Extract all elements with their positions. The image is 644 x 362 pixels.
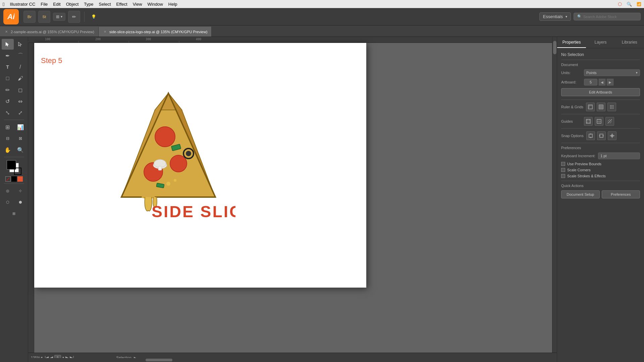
search-stock-input[interactable]: 🔍 Search Adobe Stock bbox=[574, 13, 641, 20]
scrollbar-vertical[interactable] bbox=[552, 37, 557, 353]
creative-cloud-icon[interactable]: ⬡ bbox=[618, 1, 622, 7]
svg-point-27 bbox=[174, 179, 176, 182]
type-tool[interactable]: T bbox=[2, 62, 14, 72]
scrollbar-thumb-h[interactable] bbox=[146, 359, 172, 361]
menu-effect[interactable]: Effect bbox=[116, 2, 127, 7]
perspective-tool[interactable]: ⬢ bbox=[14, 197, 26, 207]
left-toolbar: ✒ ⌒ T / □ 🖌 ✏ ◻ ↺ ⇔ ⤡ ⤢ ⊞ 📊 ⊟ ⊠ bbox=[0, 37, 28, 362]
guide-icon-1[interactable] bbox=[584, 117, 593, 126]
stock-button[interactable]: St bbox=[38, 11, 50, 23]
keyboard-increment-input[interactable]: 1 pt bbox=[598, 153, 640, 159]
direct-selection-tool[interactable] bbox=[14, 39, 26, 50]
scale-tool[interactable]: ⤡ bbox=[2, 107, 14, 118]
svg-point-18 bbox=[170, 155, 187, 172]
no-selection-label: No Selection bbox=[561, 52, 640, 57]
rotate-tool[interactable]: ↺ bbox=[2, 96, 14, 107]
preferences-button[interactable]: Preferences bbox=[602, 190, 640, 198]
svg-point-43 bbox=[613, 107, 613, 107]
menu-help[interactable]: Help bbox=[168, 2, 177, 7]
slice-tool[interactable]: ⊠ bbox=[14, 133, 26, 144]
snap-icon-3[interactable] bbox=[608, 131, 616, 140]
paintbrush-tool[interactable]: 🖌 bbox=[14, 73, 26, 84]
guide-icon-3[interactable] bbox=[605, 117, 614, 126]
scale-corners-checkbox[interactable] bbox=[561, 168, 565, 172]
eraser-tool[interactable]: ◻ bbox=[14, 84, 26, 95]
curvature-tool[interactable]: ⌒ bbox=[14, 50, 26, 61]
workspace-button[interactable]: ⊞ ▾ bbox=[53, 13, 65, 21]
warp-tool[interactable]: ⤢ bbox=[14, 107, 26, 118]
suggest-button[interactable]: 💡 bbox=[89, 12, 99, 22]
rectangle-tool[interactable]: □ bbox=[2, 73, 14, 84]
essentials-dropdown[interactable]: Essentials ▾ bbox=[539, 12, 571, 21]
scrollbar-horizontal[interactable] bbox=[28, 358, 557, 362]
search-icon: 🔍 bbox=[577, 14, 582, 19]
snap-options-label: Snap Options bbox=[561, 134, 584, 138]
tab-libraries[interactable]: Libraries bbox=[615, 37, 644, 48]
apple-menu[interactable]:  bbox=[3, 1, 4, 7]
menu-edit[interactable]: Edit bbox=[53, 2, 60, 7]
snap-icon-1[interactable] bbox=[586, 131, 595, 140]
paint-brush-button[interactable]: ✏ bbox=[68, 11, 80, 23]
none-swatch[interactable] bbox=[5, 176, 11, 182]
stroke-swatch[interactable] bbox=[14, 168, 21, 175]
graph-tool[interactable]: ⊞ bbox=[2, 122, 14, 132]
mesh-tool[interactable]: ⊹ bbox=[14, 185, 26, 196]
menu-object[interactable]: Object bbox=[66, 2, 79, 7]
artboard: Step 5 bbox=[34, 43, 366, 288]
document-setup-button[interactable]: Document Setup bbox=[561, 190, 600, 198]
tab-layers[interactable]: Layers bbox=[586, 37, 615, 48]
hand-tool[interactable]: ✋ bbox=[2, 144, 14, 155]
svg-line-55 bbox=[608, 119, 612, 123]
menu-view[interactable]: View bbox=[133, 2, 142, 7]
scrollbar-thumb-v[interactable] bbox=[553, 41, 556, 54]
search-icon[interactable]: 🔍 bbox=[627, 2, 632, 7]
svg-point-44 bbox=[610, 108, 611, 109]
guides-label: Guides bbox=[561, 119, 581, 123]
svg-rect-9 bbox=[28, 43, 34, 353]
tab-close-1[interactable]: ✕ bbox=[4, 29, 9, 34]
guide-icon-2[interactable] bbox=[595, 117, 603, 126]
tab-close-2[interactable]: ✕ bbox=[103, 29, 107, 34]
menu-type[interactable]: Type bbox=[84, 2, 93, 7]
artboard-tool[interactable]: ⊟ bbox=[2, 133, 14, 144]
ruler-grids-icons bbox=[586, 103, 616, 111]
selection-tool[interactable] bbox=[2, 39, 14, 50]
use-preview-bounds-checkbox[interactable] bbox=[561, 162, 565, 166]
menu-file[interactable]: File bbox=[41, 2, 48, 7]
black-swatch[interactable] bbox=[11, 176, 17, 182]
artboard-input[interactable]: 5 bbox=[584, 79, 597, 85]
grid-icon[interactable] bbox=[597, 103, 605, 111]
menu-window[interactable]: Window bbox=[148, 2, 163, 7]
tab-pizza-logo[interactable]: ✕ side-slice-pizza-logo-step.ai @ 135% (… bbox=[99, 26, 212, 37]
svg-point-39 bbox=[611, 105, 612, 106]
tab-properties[interactable]: Properties bbox=[557, 37, 586, 48]
artboard-prev-btn[interactable]: ◀ bbox=[599, 79, 605, 85]
pen-tool[interactable]: ✒ bbox=[2, 50, 14, 61]
bar-chart-tool[interactable]: 📊 bbox=[14, 122, 26, 132]
units-row: Units: Points ▾ bbox=[561, 69, 640, 76]
zoom-tool[interactable]: 🔍 bbox=[14, 144, 26, 155]
red-swatch[interactable] bbox=[17, 176, 23, 182]
ruler-icon[interactable] bbox=[586, 103, 595, 111]
scale-strokes-checkbox[interactable] bbox=[561, 174, 565, 178]
bridge-button[interactable]: Br bbox=[23, 11, 36, 23]
symbol-sprayer-tool[interactable]: ◎ bbox=[2, 185, 14, 196]
scale-corners-label: Scale Corners bbox=[567, 168, 591, 172]
live-paint-tool[interactable]: ⬡ bbox=[2, 197, 14, 207]
pencil-tool[interactable]: ✏ bbox=[2, 84, 14, 95]
tab-sample-assets[interactable]: ✕ 2-sample-assets.ai @ 155% (CMYK/GPU Pr… bbox=[0, 26, 99, 37]
mirror-tool[interactable]: ⇔ bbox=[14, 96, 26, 107]
artboard-next-btn[interactable]: ▶ bbox=[607, 79, 613, 85]
canvas-area[interactable]: 100 200 300 400 Step 5 bbox=[28, 37, 557, 362]
free-transform-tool[interactable]: ⊞ bbox=[8, 208, 20, 219]
fill-stroke-swatches[interactable] bbox=[7, 160, 21, 175]
units-dropdown[interactable]: Points ▾ bbox=[584, 69, 640, 76]
menu-illustrator[interactable]: Illustrator CC bbox=[10, 2, 35, 7]
dots-grid-icon[interactable] bbox=[607, 103, 616, 111]
edit-artboards-button[interactable]: Edit Artboards bbox=[561, 88, 640, 96]
hand-tools-row: ✋ 🔍 bbox=[2, 144, 26, 155]
snap-icon-2[interactable] bbox=[597, 131, 606, 140]
svg-point-45 bbox=[611, 108, 612, 109]
line-tool[interactable]: / bbox=[14, 62, 26, 72]
menu-select[interactable]: Select bbox=[99, 2, 111, 7]
